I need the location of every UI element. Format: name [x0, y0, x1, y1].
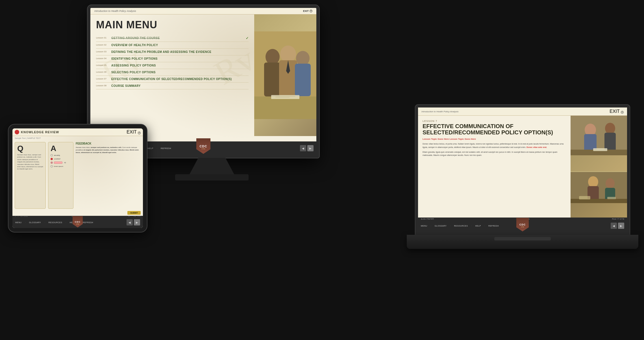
lesson-04-label: IDENTIFYING POLICY OPTIONS [111, 57, 249, 61]
lesson-06-label: SELECTING POLICY OPTIONS [111, 70, 249, 74]
lesson7-screen: Introduction to Health Policy Analysis E… [418, 107, 627, 232]
footer-refresh-tablet[interactable]: REFRESH [83, 221, 93, 223]
lesson-08-number: Lesson 08 [96, 84, 109, 87]
kr-option-3[interactable]: 42 [51, 162, 71, 164]
exit-icon-tablet: ✕ [138, 132, 141, 134]
l7-topic-link[interactable]: Lesson Topic Goes Here Lesson Topic Goes… [423, 138, 566, 141]
kr-q-text: Aenean risus risus, semper sed pretium e… [17, 154, 43, 170]
footer-menu-tablet[interactable]: MENU [15, 221, 22, 223]
lesson-03-item[interactable]: Lesson 03 DEFINING THE HEALTH PROBLEM AN… [96, 49, 249, 55]
footer-glossary-tablet[interactable]: GLOSSARY [29, 221, 41, 223]
exit-button-monitor[interactable]: EXIT ✕ [303, 10, 312, 12]
l7-image-panel [571, 116, 627, 218]
footer-refresh-monitor[interactable]: REFRESH [161, 147, 171, 149]
kr-feedback-text: Aenean risus risus, semper sed pretium e… [76, 146, 141, 154]
svg-rect-2 [264, 63, 281, 96]
main-menu-content: MAIN MENU Lesson 01 GETTING AROUND THE C… [90, 14, 254, 136]
exit-icon-laptop: ✕ [621, 111, 624, 114]
kr-radio-3[interactable] [51, 162, 53, 164]
svg-rect-10 [275, 96, 295, 96]
cdc-logo-monitor: CDC 1712 [196, 138, 210, 154]
svg-rect-27 [607, 197, 616, 199]
l7-img-bottom-svg [571, 172, 627, 203]
kr-option-2[interactable]: 1234567 [51, 158, 71, 160]
kr-feedback-box: FEEDBACK Aenean risus risus, semper sed … [76, 142, 141, 209]
l7-img-top-svg [571, 116, 627, 155]
exit-button-laptop[interactable]: EXIT ✕ [610, 109, 624, 114]
kr-radio-4[interactable] [51, 165, 53, 167]
svg-point-1 [266, 49, 280, 65]
svg-rect-19 [593, 148, 607, 151]
kr-answer-box: A abcdefg 1234567 42 [48, 142, 73, 209]
next-arrow-monitor[interactable]: ▶ [307, 145, 314, 151]
kr-options: abcdefg 1234567 42 l [51, 154, 71, 167]
tablet-device: KNOWLEDGE REVIEW EXIT ✕ Sample Text | SA… [8, 124, 147, 232]
prev-arrow-laptop[interactable]: ◀ [611, 223, 617, 229]
kr-title: KNOWLEDGE REVIEW [21, 130, 59, 134]
lesson-08-label: COURSE SUMMARY [111, 84, 249, 88]
footer-refresh-laptop[interactable]: REFRESH [488, 225, 499, 227]
monitor-nav-arrows: ◀ ▶ [300, 145, 314, 151]
lesson-07-label: EFFECTIVE COMMUNICATION OF SELECTED/RECO… [111, 77, 249, 81]
l7-highlight-1: Donec vitae ante erat. [526, 146, 547, 148]
lesson-03-label: DEFINING THE HEALTH PROBLEM AND ASSESSIN… [111, 50, 249, 54]
lesson-02-item[interactable]: Lesson 02 OVERVIEW OF HEALTH POLICY [96, 42, 249, 49]
kr-option-4[interactable]: lorem ipsum [51, 165, 71, 167]
next-arrow-tablet[interactable]: ▶ [134, 219, 140, 225]
monitor-stand [189, 158, 234, 175]
footer-help-monitor[interactable]: HELP [148, 147, 153, 149]
lesson-04-item[interactable]: Lesson 04 IDENTIFYING POLICY OPTIONS [96, 55, 249, 62]
kr-sample-text: Sample Text | SAMPLE TEXT [12, 137, 143, 140]
l7-img-bottom [571, 172, 627, 218]
cdc-shield-tablet: CDC 1712 [73, 216, 83, 227]
lesson-02-label: OVERVIEW OF HEALTH POLICY [111, 43, 249, 47]
kr-a-label: A [51, 145, 71, 152]
lesson-04-number: Lesson 04 [96, 57, 109, 60]
footer-resources-laptop[interactable]: RESOURCES [454, 225, 468, 227]
knowledge-review-screen: KNOWLEDGE REVIEW EXIT ✕ Sample Text | SA… [12, 128, 143, 228]
cdc-logo-tablet: CDC 1712 [73, 216, 83, 227]
tablet-screen: KNOWLEDGE REVIEW EXIT ✕ Sample Text | SA… [8, 124, 147, 232]
kr-submit-button[interactable]: SUBMIT [127, 211, 141, 215]
l7-img-top [571, 116, 627, 171]
prev-arrow-tablet[interactable]: ◀ [127, 219, 133, 225]
l7-course-title: Introduction to Health Policy Analysis [421, 110, 458, 113]
svg-point-3 [280, 46, 296, 63]
lesson-05-number: Lesson 05 [96, 64, 109, 66]
footer-glossary-laptop[interactable]: GLOSSARY [435, 225, 447, 227]
cdc-shield-monitor: CDC 1712 [196, 138, 210, 154]
cdc-year-monitor: 1712 [201, 148, 205, 150]
kr-q-label: Q [17, 145, 43, 152]
svg-point-23 [606, 178, 615, 188]
next-arrow-laptop[interactable]: ▶ [618, 223, 624, 229]
footer-resources-tablet[interactable]: RESOURCES [48, 221, 62, 223]
kr-feedback-title: FEEDBACK [76, 142, 141, 145]
footer-help-laptop[interactable]: HELP [475, 225, 481, 227]
lesson-01-item[interactable]: Lesson 01 GETTING AROUND THE COURSE ✓ [96, 35, 249, 42]
monitor-base [175, 174, 249, 180]
tablet-footer: MENU · GLOSSARY · RESOURCES · HELP · REF… [12, 217, 143, 228]
lesson-06-item[interactable]: Lesson 06 SELECTING POLICY OPTIONS [96, 69, 249, 76]
kr-icon [15, 130, 19, 134]
kr-radio-2[interactable] [51, 158, 53, 160]
svg-rect-11 [275, 97, 290, 98]
kr-submit-row: SUBMIT [12, 211, 143, 216]
laptop-keyboard [407, 235, 638, 249]
kr-input-field[interactable] [54, 162, 62, 164]
cdc-logo-laptop: CDC 1712 [516, 218, 529, 231]
lesson-05-label: ASSESSING POLICY OPTIONS [111, 64, 249, 67]
svg-rect-8 [254, 96, 316, 119]
prev-arrow-monitor[interactable]: ◀ [300, 145, 306, 151]
footer-menu-laptop[interactable]: MENU [421, 225, 427, 227]
lesson-01-label: GETTING AROUND THE COURSE [111, 36, 243, 40]
lesson-08-item[interactable]: Lesson 08 COURSE SUMMARY [96, 83, 249, 89]
lesson-07-item[interactable]: Lesson 07 EFFECTIVE COMMUNICATION OF SEL… [96, 76, 249, 83]
l7-body: LESSON 7 EFFECTIVE COMMUNICATION OF SELE… [418, 116, 627, 218]
exit-button-tablet[interactable]: EXIT ✕ [127, 130, 141, 135]
lesson-05-item[interactable]: Lesson 05 ASSESSING POLICY OPTIONS [96, 62, 249, 69]
laptop-footer-nav: MENU · GLOSSARY · RESOURCES · HELP · REF… [421, 225, 499, 227]
lesson-03-number: Lesson 03 [96, 50, 109, 53]
kr-radio-1[interactable] [51, 154, 53, 156]
kr-option-1[interactable]: abcdefg [51, 154, 71, 156]
lesson-07-number: Lesson 07 [96, 77, 109, 80]
